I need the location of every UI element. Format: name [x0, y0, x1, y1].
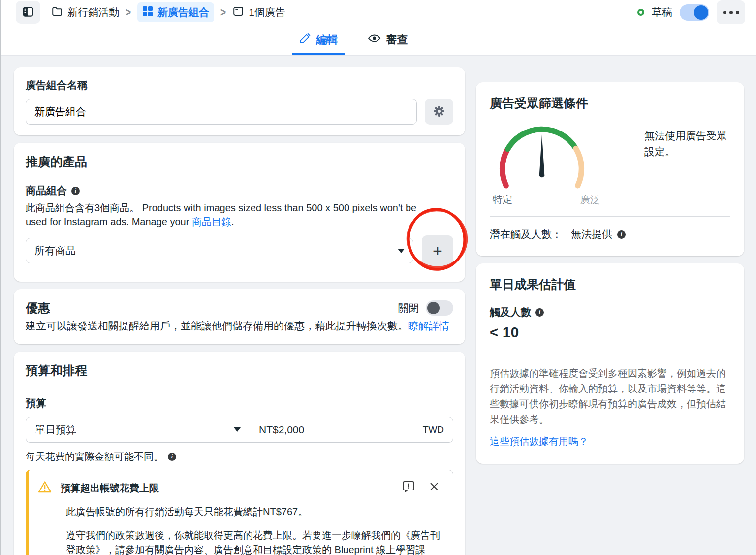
gauge-right-label: 廣泛 — [580, 193, 600, 206]
main-content: 廣告組合名稱 推廣的產品 商品組合 i 此 — [1, 56, 756, 555]
dropdown-value: 所有商品 — [34, 244, 76, 258]
budget-input-group: 單日預算 NT$2,000 TWD — [26, 417, 453, 443]
estimates-disclaimer: 預估數據的準確程度會受到多種因素影響，例如過去的行銷活動資料、你輸入的預算，以及… — [490, 366, 730, 427]
right-column: 廣告受眾篩選條件 特定 廣泛 無法使用 — [476, 82, 744, 555]
ellipsis-icon — [736, 11, 739, 14]
potential-reach-label: 潛在觸及人數： — [490, 228, 562, 241]
info-icon[interactable]: i — [71, 187, 80, 195]
reach-estimate-value: < 10 — [490, 324, 730, 341]
add-product-set-button[interactable]: + — [422, 235, 453, 266]
tab-label: 審查 — [386, 33, 408, 47]
estimates-card: 單日成果估計值 觸及人數 i < 10 預估數據的準確程度會受到多種因素影響，例… — [476, 263, 744, 464]
audience-card-title: 廣告受眾篩選條件 — [490, 95, 730, 111]
product-card: 推廣的產品 商品組合 i 此商品組合含有3個商品。 Products with … — [14, 143, 465, 282]
note-text: 每天花費的實際金額可能不同。 — [26, 450, 163, 463]
potential-reach-value: 無法提供 — [571, 228, 612, 241]
breadcrumb: 新行銷活動 > 新廣告組合 > 1個廣告 — [51, 2, 285, 22]
estimates-card-title: 單日成果估計值 — [490, 276, 730, 293]
publish-toggle[interactable] — [680, 4, 709, 21]
gauge-needle — [539, 134, 545, 178]
tab-edit[interactable]: 編輯 — [297, 25, 340, 55]
warning-triangle-icon — [37, 480, 52, 496]
close-x-icon — [428, 481, 440, 494]
budget-type-dropdown[interactable]: 單日預算 — [26, 417, 250, 442]
offer-toggle[interactable] — [426, 300, 453, 316]
gauge-left-label: 特定 — [493, 193, 512, 206]
budget-card-title: 預算和排程 — [26, 362, 453, 379]
name-settings-button[interactable] — [425, 99, 453, 125]
reach-label: 觸及人數 — [490, 305, 531, 319]
more-options-button[interactable] — [717, 0, 745, 24]
potential-reach-row: 潛在觸及人數： 無法提供 i — [490, 228, 730, 241]
budget-label: 預算 — [26, 396, 453, 410]
tab-label: 編輯 — [316, 33, 338, 47]
adset-name-input[interactable] — [26, 99, 417, 125]
budget-amount-field[interactable]: NT$2,000 TWD — [250, 417, 453, 442]
spend-limit-warning: 預算超出帳號花費上限 — [26, 470, 453, 555]
chevron-right-icon: > — [126, 5, 131, 19]
chevron-right-icon: > — [220, 5, 226, 19]
divider — [490, 355, 730, 355]
toggle-knob — [694, 5, 708, 20]
top-bar: 新行銷活動 > 新廣告組合 > 1個廣告 草稿 — [1, 0, 756, 25]
product-set-dropdown[interactable]: 所有商品 — [26, 238, 413, 263]
feedback-bubble-icon — [402, 480, 415, 494]
feedback-button[interactable] — [402, 480, 415, 494]
product-set-label: 商品組合 — [26, 184, 67, 197]
budget-card: 預算和排程 預算 單日預算 NT$2,000 TWD 每天花費的實際金額可能不同… — [14, 352, 465, 555]
divider — [490, 216, 730, 217]
tab-review[interactable]: 審查 — [366, 25, 410, 55]
info-icon[interactable]: i — [168, 453, 176, 461]
estimates-feedback-link[interactable]: 這些預估數據有用嗎？ — [490, 435, 588, 448]
budget-note: 每天花費的實際金額可能不同。 i — [26, 450, 453, 463]
breadcrumb-label: 1個廣告 — [249, 5, 285, 19]
adset-name-card: 廣告組合名稱 — [14, 67, 465, 135]
offer-description: 建立可以讓發送相關提醒給用戶，並能讓他們儲存備用的優惠，藉此提升轉換次數。瞭解詳… — [26, 319, 453, 333]
folder-icon — [51, 5, 63, 20]
dismiss-warning-button[interactable] — [428, 481, 440, 494]
draft-status-label: 草稿 — [652, 5, 672, 19]
header-status-group: 草稿 — [637, 0, 745, 24]
budget-amount-value: NT$2,000 — [259, 424, 304, 436]
breadcrumb-adset-selected[interactable]: 新廣告組合 — [137, 2, 214, 22]
product-set-description: 此商品組合含有3個商品。 Products with images sized … — [26, 201, 439, 229]
offer-card: 優惠 關閉 建立可以讓發送相關提醒給用戶，並能讓他們儲存備用的優惠，藉此提升轉換… — [14, 289, 465, 344]
breadcrumb-label: 新行銷活動 — [67, 5, 119, 19]
left-column: 廣告組合名稱 推廣的產品 商品組合 i 此 — [14, 67, 465, 555]
chevron-down-icon — [398, 249, 405, 253]
toggle-knob — [427, 302, 440, 314]
ellipsis-icon — [729, 11, 733, 14]
currency-label: TWD — [423, 424, 444, 435]
tab-bar: 編輯 審查 — [1, 25, 756, 56]
sidebar-toggle-icon — [22, 5, 34, 20]
offer-title: 優惠 — [26, 300, 50, 316]
dropdown-value: 單日預算 — [35, 423, 76, 437]
product-card-title: 推廣的產品 — [26, 154, 453, 170]
sidebar-toggle-button[interactable] — [16, 1, 40, 24]
chevron-down-icon — [234, 427, 241, 432]
audience-unavailable-note: 無法使用廣告受眾設定。 — [644, 122, 730, 206]
breadcrumb-label: 新廣告組合 — [158, 5, 209, 19]
breadcrumb-ad[interactable]: 1個廣告 — [232, 5, 285, 20]
adset-name-label: 廣告組合名稱 — [26, 78, 453, 92]
adset-grid-icon — [142, 6, 153, 19]
gear-icon — [433, 105, 445, 119]
warning-line2: 遵守我們的政策數週後，你就能取得更高的花費上限。若要進一步瞭解我們的《廣告刊登政… — [66, 528, 443, 555]
audience-card: 廣告受眾篩選條件 特定 廣泛 無法使用 — [476, 82, 744, 256]
review-eye-icon — [368, 33, 381, 47]
audience-gauge: 特定 廣泛 — [490, 122, 603, 206]
warning-line1: 此廣告帳號的所有行銷活動每天只能花費總計NT$767。 — [66, 505, 443, 520]
info-icon[interactable]: i — [617, 230, 626, 239]
info-icon[interactable]: i — [536, 308, 544, 317]
draft-status-icon — [637, 9, 644, 16]
offer-toggle-label: 關閉 — [398, 301, 419, 315]
description-text: . — [231, 216, 234, 227]
breadcrumb-campaign[interactable]: 新行銷活動 — [51, 5, 119, 20]
ellipsis-icon — [723, 11, 726, 14]
ads-manager-page: 新行銷活動 > 新廣告組合 > 1個廣告 草稿 — [0, 0, 756, 555]
description-text: 建立可以讓發送相關提醒給用戶，並能讓他們儲存備用的優惠，藉此提升轉換次數。 — [26, 320, 408, 331]
ad-frame-icon — [232, 5, 244, 20]
learn-more-link[interactable]: 瞭解詳情 — [408, 320, 449, 331]
catalog-link[interactable]: 商品目錄 — [192, 216, 231, 227]
edit-pencil-icon — [299, 33, 311, 47]
